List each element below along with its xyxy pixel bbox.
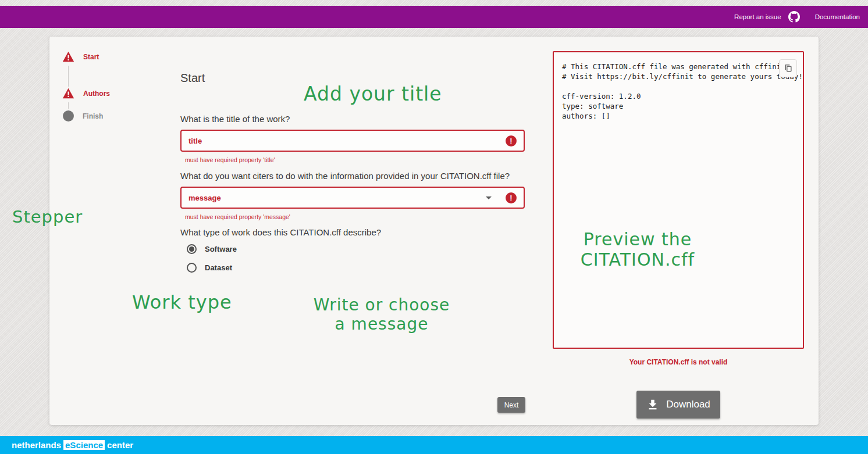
radio-option-software[interactable]: Software (187, 244, 237, 254)
radio-option-dataset[interactable]: Dataset (187, 263, 232, 273)
warning-icon (62, 88, 74, 99)
radio-label: Dataset (205, 263, 232, 272)
report-issue-link[interactable]: Report an issue (734, 13, 781, 20)
citation-preview-panel: # This CITATION.cff file was generated w… (553, 51, 804, 349)
section-title: Start (180, 72, 205, 85)
message-select-value: message (188, 194, 486, 202)
documentation-link[interactable]: Documentation (815, 13, 860, 20)
step-label: Authors (83, 90, 110, 98)
validation-status-text: Your CITATION.cff is not valid (553, 358, 804, 366)
radio-label: Software (205, 245, 237, 253)
annotation-line: Write or choose (307, 295, 456, 314)
code-line (562, 81, 795, 91)
annotation-message: Write or choose a message (307, 295, 456, 334)
message-error-text: must have required property 'message' (185, 213, 290, 220)
annotation-line: Preview the (560, 229, 716, 249)
error-exclamation-icon: ! (506, 192, 517, 203)
stepper-step-start[interactable]: Start (62, 51, 99, 62)
warning-icon (62, 51, 74, 62)
message-question: What do you want citers to do with the i… (180, 171, 529, 181)
annotation-line: a message (307, 314, 456, 334)
escience-center-logo: netherlands eScience center (12, 440, 133, 450)
citation-code: # This CITATION.cff file was generated w… (554, 52, 803, 130)
code-line: # Visit https://bit.ly/cffinit to genera… (562, 72, 795, 81)
footer-bar: netherlands eScience center (0, 436, 868, 454)
annotation-add-title: Add your title (304, 83, 442, 106)
stepper-step-authors[interactable]: Authors (62, 88, 110, 99)
radio-unselected-icon (187, 263, 197, 273)
download-label: Download (666, 399, 710, 410)
radio-selected-icon (187, 244, 197, 254)
message-select[interactable]: message ! (180, 187, 525, 209)
chevron-down-icon (486, 196, 492, 199)
code-line: authors: [] (562, 111, 795, 121)
stepper-connector (68, 102, 69, 109)
annotation-work-type: Work type (132, 292, 232, 314)
annotation-stepper: Stepper (12, 207, 83, 227)
annotation-line: CITATION.cff (560, 249, 716, 270)
code-line: type: software (562, 101, 795, 111)
error-exclamation-icon: ! (506, 135, 517, 146)
copy-button[interactable] (779, 59, 797, 77)
code-line: # This CITATION.cff file was generated w… (562, 62, 795, 72)
download-icon (646, 398, 659, 411)
title-question: What is the title of the work? (180, 114, 529, 124)
inactive-step-icon (63, 110, 74, 121)
title-field-wrapper: ! (180, 130, 525, 152)
brand-highlight: eScience (63, 440, 105, 450)
copy-icon (783, 63, 793, 73)
stepper-step-finish[interactable]: Finish (62, 110, 103, 121)
next-button[interactable]: Next (497, 397, 525, 413)
code-line: cff-version: 1.2.0 (562, 91, 795, 101)
github-icon[interactable] (788, 11, 800, 23)
brand-pre: netherlands (12, 440, 61, 450)
step-label: Finish (83, 112, 103, 120)
brand-post: center (107, 440, 133, 450)
worktype-question: What type of work does this CITATION.cff… (180, 227, 529, 237)
download-button[interactable]: Download (636, 391, 720, 419)
title-input[interactable] (188, 137, 506, 145)
annotation-preview: Preview the CITATION.cff (560, 229, 716, 270)
top-header-bar: Report an issue Documentation (0, 6, 868, 28)
title-error-text: must have required property 'title' (185, 156, 275, 163)
stepper-connector (68, 66, 69, 87)
step-label: Start (83, 53, 99, 61)
